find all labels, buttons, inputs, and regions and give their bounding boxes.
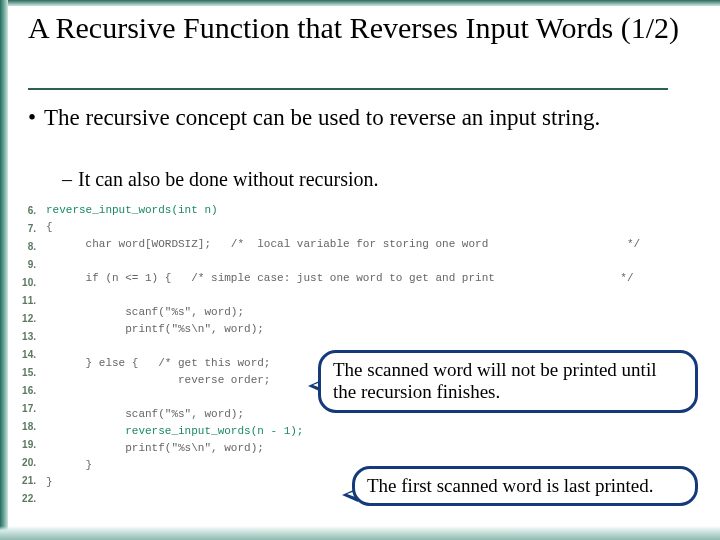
decoration-bottom xyxy=(0,526,720,540)
slide: A Recursive Function that Reverses Input… xyxy=(0,0,720,540)
callout-2-text: The first scanned word is last printed. xyxy=(367,475,654,496)
bullet-level-2: –It can also be done without recursion. xyxy=(62,168,682,191)
title-underline xyxy=(28,88,668,90)
bullet-dash: – xyxy=(62,168,78,191)
bullet-level-1: •The recursive concept can be used to re… xyxy=(28,104,688,131)
decoration-top xyxy=(0,0,720,6)
bullet2-text: It can also be done without recursion. xyxy=(78,168,378,190)
callout-1: The scanned word will not be printed unt… xyxy=(318,350,698,413)
bullet1-text: The recursive concept can be used to rev… xyxy=(44,105,600,130)
decoration-left xyxy=(0,0,8,540)
bullet-dot: • xyxy=(28,104,44,131)
slide-title: A Recursive Function that Reverses Input… xyxy=(28,10,688,45)
callout-1-text: The scanned word will not be printed unt… xyxy=(333,359,656,402)
code-line-numbers: 6.7.8.9.10.11.12.13.14.15.16.17.18.19.20… xyxy=(12,202,40,508)
callout-2: The first scanned word is last printed. xyxy=(352,466,698,506)
code-block: reverse_input_words(int n){ char word[WO… xyxy=(46,202,708,491)
